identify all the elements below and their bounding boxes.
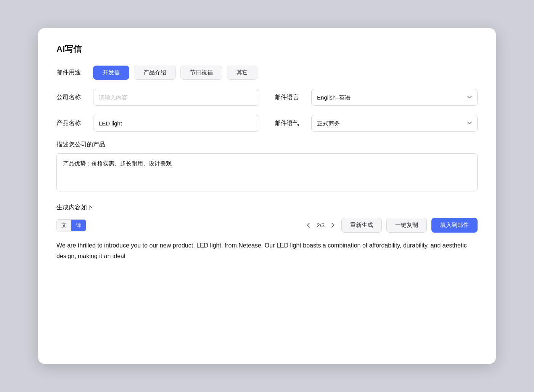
page-title: AI写信 bbox=[56, 43, 478, 55]
lang-original-btn[interactable]: 文 bbox=[57, 220, 71, 231]
company-language-row: 公司名称 邮件语言 English–英语 Chinese–中文 Japanese… bbox=[56, 89, 478, 106]
description-section: 描述您公司的产品 产品优势：价格实惠、超长耐用、设计美观 bbox=[56, 141, 478, 193]
tone-field-group: 邮件语气 正式商务 友好轻松 专业严肃 bbox=[275, 115, 478, 132]
purpose-label: 邮件用途 bbox=[56, 69, 87, 77]
regenerate-button[interactable]: 重新生成 bbox=[341, 218, 382, 233]
copy-button[interactable]: 一键复制 bbox=[386, 218, 427, 233]
page-prev-btn[interactable] bbox=[304, 221, 312, 229]
lang-translated-btn[interactable]: 译 bbox=[71, 220, 86, 231]
tone-select[interactable]: 正式商务 友好轻松 专业严肃 bbox=[311, 115, 478, 132]
tab-qita[interactable]: 其它 bbox=[227, 66, 257, 80]
generated-toolbar: 文 译 2/3 重新生成 一键复制 bbox=[56, 218, 478, 233]
generated-label: 生成内容如下 bbox=[56, 204, 478, 212]
language-label: 邮件语言 bbox=[275, 93, 305, 101]
main-card: AI写信 邮件用途 开发信 产品介绍 节日祝福 其它 公司名称 邮件语言 Eng… bbox=[38, 28, 496, 364]
tab-kaifa[interactable]: 开发信 bbox=[93, 66, 129, 80]
generated-section: 生成内容如下 文 译 2/3 bbox=[56, 204, 478, 262]
purpose-tab-group: 开发信 产品介绍 节日祝福 其它 bbox=[93, 66, 257, 80]
page-info: 2/3 bbox=[317, 222, 325, 228]
pagination: 2/3 bbox=[304, 221, 337, 229]
tab-chanpin[interactable]: 产品介绍 bbox=[134, 66, 176, 80]
purpose-row: 邮件用途 开发信 产品介绍 节日祝福 其它 bbox=[56, 66, 478, 80]
company-field-group: 公司名称 bbox=[56, 89, 259, 106]
company-input[interactable] bbox=[93, 89, 259, 106]
tone-label: 邮件语气 bbox=[275, 119, 305, 127]
product-tone-row: 产品名称 邮件语气 正式商务 友好轻松 专业严肃 bbox=[56, 115, 478, 132]
language-select[interactable]: English–英语 Chinese–中文 Japanese–日语 bbox=[311, 89, 478, 106]
product-field-group: 产品名称 bbox=[56, 115, 259, 132]
tab-jieri[interactable]: 节日祝福 bbox=[180, 66, 222, 80]
description-label: 描述您公司的产品 bbox=[56, 141, 478, 149]
fill-email-button[interactable]: 填入到邮件 bbox=[431, 218, 478, 233]
company-label: 公司名称 bbox=[56, 93, 87, 101]
generated-content: We are thrilled to introduce you to our … bbox=[56, 240, 478, 262]
product-label: 产品名称 bbox=[56, 119, 87, 127]
product-input[interactable] bbox=[93, 115, 259, 132]
language-field-group: 邮件语言 English–英语 Chinese–中文 Japanese–日语 bbox=[275, 89, 478, 106]
lang-toggle: 文 译 bbox=[56, 219, 86, 231]
description-textarea[interactable]: 产品优势：价格实惠、超长耐用、设计美观 bbox=[56, 153, 478, 191]
page-next-btn[interactable] bbox=[329, 221, 337, 229]
